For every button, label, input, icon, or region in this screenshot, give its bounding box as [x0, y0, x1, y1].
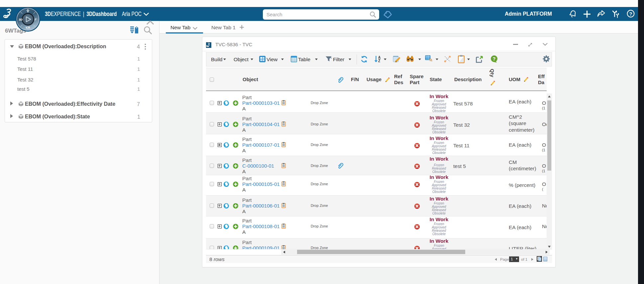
svg-text:?: ?	[493, 56, 496, 62]
svg-text:A: A	[378, 56, 380, 59]
svg-text:3D: 3D	[19, 18, 23, 21]
svg-text:Z: Z	[378, 59, 380, 63]
svg-text:i²: i²	[35, 18, 37, 21]
svg-text:?: ?	[629, 11, 632, 17]
svg-text:V,R: V,R	[26, 26, 30, 29]
